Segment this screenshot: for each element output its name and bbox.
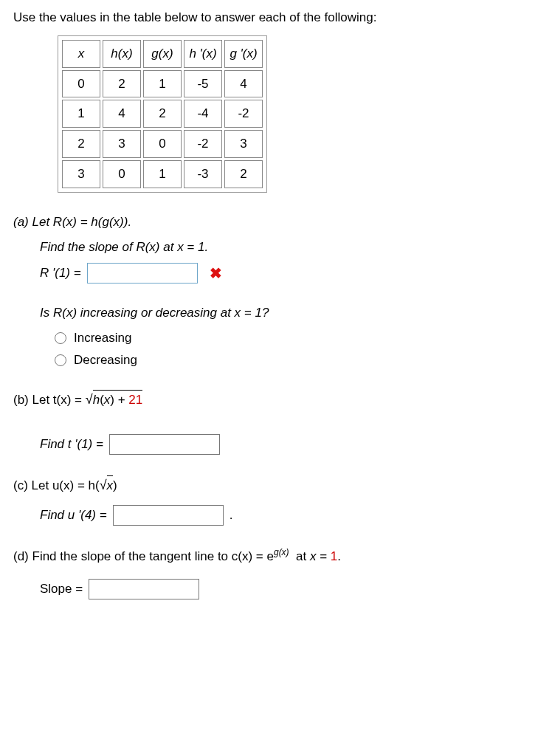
th-hpx: h '(x) [184,40,222,68]
cell: -3 [184,160,222,188]
slope-input[interactable] [89,579,199,599]
cell: 1 [62,100,100,128]
sqrt-icon: x [100,475,113,495]
cell: 0 [103,160,141,188]
sqrt-x: x [107,475,114,495]
cell: 0 [143,130,182,158]
cell: 3 [62,160,100,188]
part-d-label: (d) Find the slope of the tangent line t… [13,546,539,565]
cell: 3 [103,130,141,158]
part-c-find: Find u '(4) = . [40,505,539,526]
part-a-eq-prefix: R '(1) = [40,264,81,282]
cell: 1 [143,160,182,188]
part-c-prefix: (c) Let u(x) = h( [13,478,100,492]
u-prime-4-input[interactable] [113,505,224,526]
part-b-find-prefix: Find t '(1) = [40,436,103,453]
part-a: (a) Let R(x) = h(g(x)). Find the slope o… [13,213,539,369]
cell: 3 [224,130,263,158]
part-c: (c) Let u(x) = h(x) Find u '(4) = . [13,475,539,526]
slope-label: Slope = [40,580,83,598]
cell: 2 [62,130,100,158]
cell: 2 [103,70,141,98]
table-row: 1 4 2 -4 -2 [62,100,263,128]
part-c-label: (c) Let u(x) = h(x) [13,475,539,495]
cell: -2 [224,100,263,128]
radio-increasing[interactable] [55,332,66,344]
part-a-question: Is R(x) increasing or decreasing at x = … [40,304,539,322]
part-a-label: (a) Let R(x) = h(g(x)). [13,213,539,231]
cell: 4 [103,100,141,128]
cell: -2 [184,130,222,158]
radio-decreasing-label: Decreasing [74,351,137,369]
part-c-trailing: . [230,506,233,524]
cell: 2 [224,160,263,188]
data-table-wrap: x h(x) g(x) h '(x) g '(x) 0 2 1 -5 4 1 4… [58,35,539,193]
r-prime-1-input[interactable] [87,263,198,284]
part-a-find-text: Find the slope of R(x) at x = 1. [40,240,208,254]
part-b: (b) Let t(x) = h(x) + 21 Find t '(1) = [13,390,539,455]
cell: -5 [184,70,222,98]
sqrt-icon: h(x) + 21 [86,390,143,409]
part-b-label: (b) Let t(x) = h(x) + 21 [13,390,539,409]
radio-increasing-row: Increasing [55,329,539,347]
table-row: 2 3 0 -2 3 [62,130,263,158]
table-row: 3 0 1 -3 2 [62,160,263,188]
part-d-before: (d) Find the slope of the tangent line t… [13,549,274,563]
part-a-eq: R '(1) = ✖ [40,263,539,284]
t-prime-1-input[interactable] [109,434,220,455]
part-d: (d) Find the slope of the tangent line t… [13,546,539,599]
part-a-find: Find the slope of R(x) at x = 1. [40,238,539,256]
th-x: x [62,40,100,68]
cell: 1 [143,70,182,98]
problem-intro: Use the values in the table below to ans… [13,9,539,27]
part-d-after: at x = 1. [289,549,341,563]
part-b-prefix: (b) Let t(x) = [13,393,86,407]
part-a-question-text: Is R(x) increasing or decreasing at x = … [40,306,269,320]
cell: 0 [62,70,100,98]
part-d-slope: Slope = [40,579,539,599]
radio-decreasing[interactable] [55,354,66,366]
table-row: 0 2 1 -5 4 [62,70,263,98]
radio-increasing-label: Increasing [74,329,131,347]
cell: 2 [143,100,182,128]
radio-decreasing-row: Decreasing [55,351,539,369]
part-a-def: (a) Let R(x) = h(g(x)). [13,215,131,229]
part-d-exp: g(x) [274,547,289,557]
incorrect-x-icon: ✖ [210,263,222,284]
th-hx: h(x) [103,40,141,68]
data-table: x h(x) g(x) h '(x) g '(x) 0 2 1 -5 4 1 4… [58,35,267,193]
table-header-row: x h(x) g(x) h '(x) g '(x) [62,40,263,68]
part-b-find: Find t '(1) = [40,434,539,455]
part-c-find-prefix: Find u '(4) = [40,506,107,524]
cell: -4 [184,100,222,128]
th-gpx: g '(x) [224,40,263,68]
cell: 4 [224,70,263,98]
th-gx: g(x) [143,40,182,68]
part-c-suffix: ) [113,478,117,492]
